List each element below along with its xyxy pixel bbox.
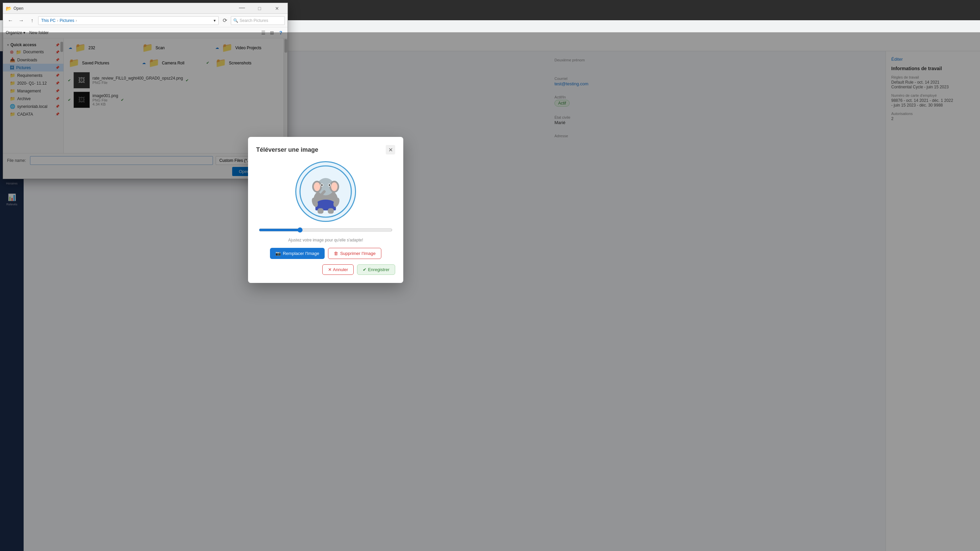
elephant-avatar-svg — [299, 165, 353, 219]
x-circle-icon: ✕ — [328, 267, 332, 272]
camera-icon: 📷 — [275, 251, 281, 256]
svg-rect-15 — [328, 208, 334, 214]
dialog-title: Open — [13, 6, 232, 11]
close-button[interactable]: ✕ — [269, 3, 285, 13]
delete-image-button[interactable]: 🗑 Supprimer l'Image — [328, 248, 381, 259]
slider-hint: Ajustez votre image pour qu'elle s'adapt… — [256, 238, 395, 243]
modal-overlay: Téléverser une image ✕ — [0, 32, 980, 551]
image-preview-circle — [295, 161, 356, 222]
trash-icon: 🗑 — [334, 251, 338, 256]
upload-modal: Téléverser une image ✕ — [248, 137, 403, 283]
minimize-button[interactable]: — — [234, 3, 250, 13]
address-sep-1: › — [57, 18, 58, 23]
up-button[interactable]: ↑ — [27, 16, 37, 25]
address-dropdown-icon[interactable]: ▾ — [214, 18, 216, 23]
back-button[interactable]: ← — [6, 16, 15, 25]
search-box[interactable]: 🔍 Search Pictures — [231, 16, 285, 25]
modal-header: Téléverser une image ✕ — [256, 145, 395, 154]
address-bar[interactable]: This PC › Pictures › ▾ — [38, 16, 219, 25]
address-pictures[interactable]: Pictures — [60, 18, 74, 23]
modal-title: Téléverser une image — [256, 146, 318, 153]
search-placeholder-text: Search Pictures — [240, 18, 268, 23]
check-circle-icon: ✔ — [363, 267, 366, 272]
forward-button[interactable]: → — [16, 16, 26, 25]
svg-point-6 — [331, 183, 337, 191]
image-scale-slider[interactable] — [259, 227, 393, 233]
image-slider-container — [256, 227, 395, 234]
dialog-icon: 📂 — [6, 6, 11, 11]
dialog-toolbar: ← → ↑ This PC › Pictures › ▾ ⟳ 🔍 Search … — [3, 14, 288, 27]
modal-actions: 📷 Remplacer l'Image 🗑 Supprimer l'Image — [256, 248, 395, 259]
modal-close-button[interactable]: ✕ — [386, 145, 395, 154]
annuler-button[interactable]: ✕ Annuler — [322, 264, 354, 275]
refresh-button[interactable]: ⟳ — [220, 16, 229, 25]
maximize-button[interactable]: □ — [252, 3, 267, 13]
dialog-titlebar: 📂 Open — □ ✕ — [3, 3, 288, 14]
address-sep-2: › — [76, 18, 77, 23]
svg-point-8 — [321, 184, 323, 186]
replace-image-button[interactable]: 📷 Remplacer l'Image — [270, 248, 325, 259]
svg-point-10 — [329, 184, 330, 186]
svg-rect-14 — [318, 208, 324, 214]
search-icon: 🔍 — [233, 18, 238, 23]
enregistrer-button[interactable]: ✔ Enregistrer — [357, 264, 395, 275]
address-this-pc[interactable]: This PC — [41, 18, 56, 23]
svg-point-4 — [314, 183, 320, 191]
image-preview-container — [256, 161, 395, 222]
modal-footer-buttons: ✕ Annuler ✔ Enregistrer — [256, 264, 395, 275]
